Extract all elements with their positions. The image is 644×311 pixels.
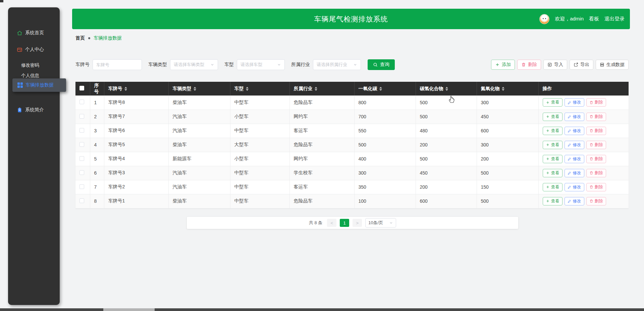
user-avatar[interactable] [539,14,549,24]
delete-row-button[interactable]: 删除 [586,155,606,163]
view-button[interactable]: 查看 [543,113,562,121]
vehicle-type-select[interactable]: 请选择车辆类型 [170,59,218,70]
delete-row-button[interactable]: 删除 [586,169,606,177]
edit-button[interactable]: 修改 [565,169,584,177]
edit-button[interactable]: 修改 [565,155,584,163]
cell-model: 中型车 [230,96,289,110]
cell-industry: 网约车 [289,152,354,166]
sort-icon[interactable] [194,87,196,91]
row-checkbox[interactable] [79,184,84,189]
delete-button[interactable]: 删除 [517,60,541,70]
sort-icon[interactable] [445,87,448,91]
plus-icon [546,129,550,133]
search-button[interactable]: 查询 [368,59,395,70]
row-checkbox[interactable] [79,142,84,147]
delete-row-button[interactable]: 删除 [586,113,606,121]
col-plate[interactable]: 车牌号 [104,82,168,96]
delete-row-button[interactable]: 删除 [586,197,606,205]
prev-page-button[interactable]: < [327,219,336,227]
cell-nox: 300 [477,138,538,152]
view-button[interactable]: 查看 [543,169,562,177]
col-hc[interactable]: 碳氢化合物 [416,82,477,96]
sidebar-item-home[interactable]: 系统首页 [8,29,60,37]
col-co[interactable]: 一氧化碳 [354,82,416,96]
sidebar-item-change-password[interactable]: 修改密码 [8,61,60,69]
view-button[interactable]: 查看 [543,141,562,149]
view-button[interactable]: 查看 [543,127,562,135]
sort-icon[interactable] [315,87,317,91]
sort-icon[interactable] [379,87,382,91]
plus-icon [546,185,550,189]
cell-plate: 车牌号6 [104,124,168,138]
row-checkbox[interactable] [79,170,84,175]
delete-row-button[interactable]: 删除 [586,127,606,135]
sidebar-item-emission-data[interactable]: 车辆排放数据 [12,78,66,92]
next-page-button[interactable]: > [353,219,362,227]
add-button[interactable]: 添加 [491,60,515,70]
row-checkbox[interactable] [79,198,84,203]
plus-icon [546,115,550,119]
cell-plate: 车牌号3 [104,166,168,180]
pencil-icon [568,129,572,133]
cell-hc: 600 [416,194,477,208]
sort-icon[interactable] [502,87,504,91]
plate-input[interactable] [93,59,142,70]
row-checkbox[interactable] [79,156,84,161]
trash-icon [589,157,593,161]
edit-button[interactable]: 修改 [565,141,584,149]
view-button[interactable]: 查看 [543,155,562,163]
scrollbar-thumb[interactable] [103,308,155,311]
edit-button[interactable]: 修改 [565,127,584,135]
row-checkbox[interactable] [79,128,84,133]
view-button[interactable]: 查看 [543,197,562,205]
sidebar-item-profile[interactable]: 个人中心 [8,46,60,54]
breadcrumb-home[interactable]: 首页 [75,35,85,41]
edit-button[interactable]: 修改 [565,113,584,121]
trash-icon [521,62,526,67]
cell-hc: 480 [416,124,477,138]
cell-model: 小型车 [230,152,289,166]
sort-icon[interactable] [124,87,127,91]
cell-industry: 学生校车 [289,166,354,180]
delete-row-button[interactable]: 删除 [586,141,606,149]
sidebar-item-system-intro[interactable]: 系统简介 [8,106,60,114]
row-checkbox[interactable] [79,114,84,119]
data-table: 序号 车牌号 车辆类型 车型 所属行业 一氧化碳 碳氢化合物 氮氧化物 操作 1… [75,82,629,208]
trash-icon [589,185,593,189]
import-button[interactable]: 导入 [543,60,567,70]
cell-model: 中型车 [230,194,289,208]
edit-button[interactable]: 修改 [565,98,584,107]
view-button[interactable]: 查看 [543,98,562,107]
generate-data-button[interactable]: 生成数据 [596,60,629,70]
col-industry[interactable]: 所属行业 [289,82,354,96]
page-number-active[interactable]: 1 [340,219,349,227]
plus-icon [546,171,550,175]
logout-link[interactable]: 退出登录 [604,16,625,22]
export-button[interactable]: 导出 [570,60,593,70]
col-model[interactable]: 车型 [230,82,289,96]
sidebar-item-label: 个人中心 [25,47,44,53]
pencil-icon [568,185,572,189]
app-header: 车辆尾气检测排放系统 欢迎，admin 看板 退出登录 [72,9,630,29]
industry-select[interactable]: 请选择所属行业 [313,59,361,70]
select-all-checkbox[interactable] [79,86,84,90]
sidebar-item-label: 车辆排放数据 [25,82,54,88]
chevron-down-icon [277,63,281,67]
col-vehicle-type[interactable]: 车辆类型 [168,82,230,96]
edit-button[interactable]: 修改 [565,183,584,191]
row-checkbox[interactable] [79,100,84,104]
model-select[interactable]: 请选择车型 [237,59,285,70]
delete-row-button[interactable]: 删除 [586,183,606,191]
delete-row-button[interactable]: 删除 [586,98,606,107]
kanban-link[interactable]: 看板 [589,16,599,22]
page-size-select[interactable]: 10条/页 [365,218,396,228]
horizontal-scrollbar[interactable] [0,308,644,311]
col-nox[interactable]: 氮氧化物 [477,82,538,96]
sort-icon[interactable] [246,87,249,91]
pencil-icon [568,199,572,203]
pagination-bar: 共 8 条 < 1 > 10条/页 [187,217,518,229]
view-button[interactable]: 查看 [543,183,562,191]
cell-index: 7 [90,180,104,194]
edit-button[interactable]: 修改 [565,197,584,205]
sidebar-item-label: 系统简介 [25,107,44,113]
